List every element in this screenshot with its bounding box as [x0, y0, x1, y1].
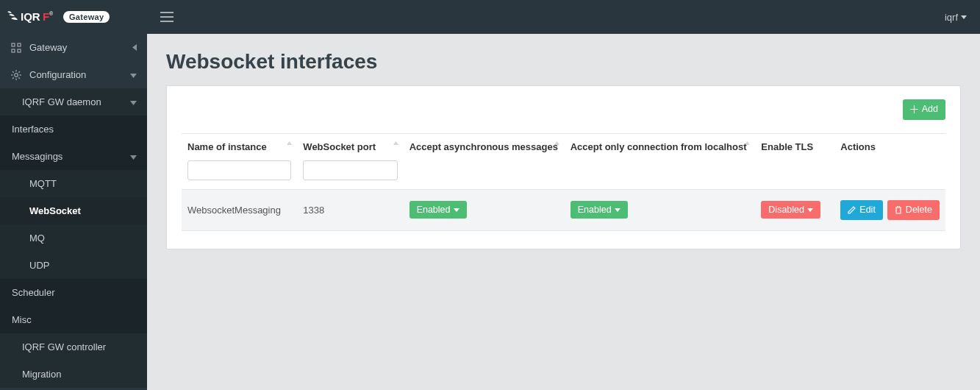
gear-icon: [10, 70, 22, 80]
sidebar-item-label: Migration: [22, 369, 61, 380]
column-header[interactable]: Name of instance: [182, 133, 297, 158]
user-menu[interactable]: iqrf: [945, 12, 967, 23]
card: Add Name of instanceW: [166, 85, 961, 249]
sort-icon: [744, 141, 751, 152]
sidebar-nav: GatewayConfigurationIQRF GW daemonInterf…: [0, 34, 147, 388]
svg-rect-3: [12, 43, 15, 46]
tls-status-button[interactable]: Disabled: [761, 201, 820, 219]
caret-down-icon: [130, 69, 137, 80]
edit-button[interactable]: Edit: [840, 200, 883, 221]
sort-icon: [554, 141, 560, 152]
svg-line-13: [18, 77, 20, 79]
svg-line-14: [12, 77, 14, 79]
sidebar-item-label: IQRF GW daemon: [22, 96, 101, 107]
cell-port: 1338: [297, 189, 403, 231]
sidebar-item-label: Misc: [12, 314, 32, 325]
page-title: Websocket interfaces: [166, 50, 961, 74]
sidebar-item-label: MQTT: [29, 178, 57, 189]
sidebar-item-label: Scheduler: [12, 287, 55, 298]
svg-text:IQR: IQR: [21, 10, 40, 23]
caret-down-icon: [807, 208, 813, 212]
hamburger-icon: [160, 12, 174, 22]
caret-down-icon: [615, 208, 620, 212]
sidebar-item-configuration[interactable]: Configuration: [0, 61, 147, 88]
localhost-status-button[interactable]: Enabled: [571, 201, 628, 219]
add-label: Add: [922, 103, 938, 116]
column-header[interactable]: Actions: [834, 133, 945, 158]
table-header-row: Name of instanceWebSocket portAccept asy…: [182, 133, 945, 158]
filter-row: [182, 158, 945, 190]
sidebar-item-label: Gateway: [29, 42, 67, 53]
topbar: iqrf: [147, 0, 980, 34]
brand-logo: IQR F ®: [7, 9, 59, 25]
caret-down-icon: [454, 208, 459, 212]
user-label: iqrf: [945, 12, 958, 23]
sidebar-item-mq[interactable]: MQ: [0, 224, 147, 252]
sidebar-item-iqrf-gw-controller[interactable]: IQRF GW controller: [0, 333, 147, 361]
instances-table: Name of instanceWebSocket portAccept asy…: [182, 133, 945, 232]
add-button[interactable]: Add: [903, 99, 945, 120]
sidebar-item-interfaces[interactable]: Interfaces: [0, 116, 147, 143]
sidebar-item-mqtt[interactable]: MQTT: [0, 170, 147, 197]
column-header[interactable]: WebSocket port: [297, 133, 403, 158]
svg-rect-5: [12, 49, 15, 52]
grid-icon: [10, 43, 22, 53]
sidebar-item-label: UDP: [29, 260, 49, 271]
svg-text:F: F: [43, 10, 49, 23]
sidebar-item-label: Interfaces: [12, 124, 54, 135]
sidebar-item-migration[interactable]: Migration: [0, 361, 147, 388]
sidebar-item-websocket[interactable]: WebSocket: [0, 197, 147, 224]
cell-name: WebsocketMessaging: [182, 189, 297, 231]
svg-line-12: [12, 71, 14, 73]
sidebar-item-udp[interactable]: UDP: [0, 252, 147, 279]
delete-button[interactable]: Delete: [887, 200, 940, 221]
async-status-button[interactable]: Enabled: [409, 201, 467, 219]
sidebar-item-iqrf-gw-daemon[interactable]: IQRF GW daemon: [0, 88, 147, 116]
pencil-icon: [848, 206, 856, 214]
svg-rect-4: [18, 43, 21, 46]
sidebar-item-misc[interactable]: Misc: [0, 306, 147, 333]
filter-port-input[interactable]: [303, 160, 397, 180]
caret-down-icon: [130, 151, 137, 162]
svg-rect-6: [18, 49, 21, 52]
column-header[interactable]: Enable TLS: [755, 133, 834, 158]
plus-icon: [910, 105, 918, 113]
sidebar-item-label: MQ: [29, 233, 45, 244]
filter-name-input[interactable]: [187, 160, 291, 180]
sidebar: IQR F ® Gateway GatewayConfigurationIQRF…: [0, 0, 147, 390]
brand[interactable]: IQR F ® Gateway: [0, 0, 147, 34]
svg-line-15: [18, 71, 20, 73]
iqrf-logo-icon: IQR F ®: [7, 9, 59, 25]
table-row: WebsocketMessaging 1338 Enabled: [182, 189, 945, 231]
column-header[interactable]: Accept only connection from localhost: [565, 133, 756, 158]
caret-down-icon: [961, 15, 967, 19]
sidebar-item-label: WebSocket: [29, 205, 81, 216]
sort-icon: [393, 141, 399, 152]
menu-toggle[interactable]: [160, 12, 174, 22]
sort-icon: [286, 141, 293, 152]
content: Websocket interfaces Add: [147, 34, 980, 390]
sidebar-item-label: IQRF GW controller: [22, 341, 106, 352]
sidebar-item-scheduler[interactable]: Scheduler: [0, 279, 147, 306]
caret-down-icon: [130, 96, 137, 107]
sidebar-item-gateway[interactable]: Gateway: [0, 34, 147, 61]
sidebar-item-label: Messagings: [12, 151, 62, 162]
sidebar-item-messagings[interactable]: Messagings: [0, 143, 147, 170]
column-header[interactable]: Accept asynchronous messages: [404, 133, 565, 158]
brand-badge: Gateway: [63, 11, 110, 23]
svg-point-7: [15, 73, 18, 77]
sidebar-item-label: Configuration: [29, 69, 86, 80]
trash-icon: [895, 206, 902, 214]
svg-text:®: ®: [49, 11, 54, 16]
caret-left-icon: [132, 42, 137, 53]
